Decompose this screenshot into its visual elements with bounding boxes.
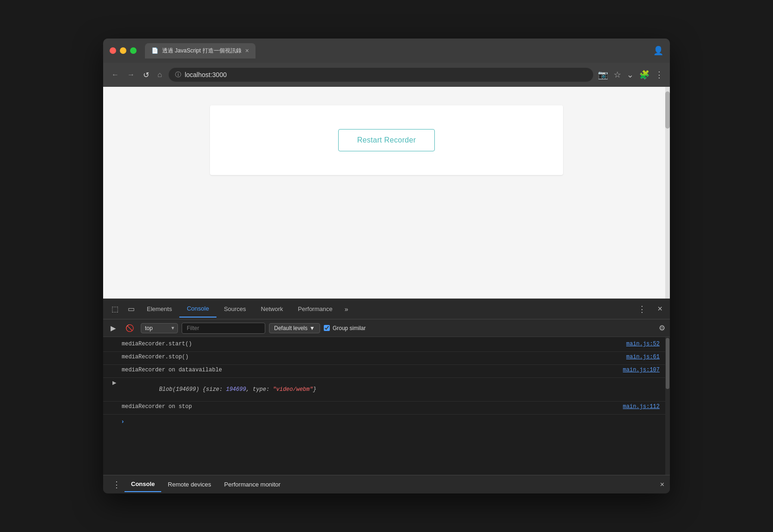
log-entry: mediaRecorder on stop main.js:112 <box>103 402 665 415</box>
blob-label: Blob(194699) {size: <box>159 386 226 393</box>
restart-recorder-button[interactable]: Restart Recorder <box>338 129 435 151</box>
blob-type-label: , type: <box>246 386 273 393</box>
group-similar-checkbox-group: Group similar <box>324 325 366 331</box>
context-selector[interactable]: top <box>141 323 178 333</box>
page-content: Restart Recorder <box>103 87 670 298</box>
devtools-toolbar: ▶ 🚫 top ▼ Default levels ▼ Group similar… <box>103 319 670 337</box>
bottom-bar-close-button[interactable]: × <box>660 480 664 489</box>
tab-sources[interactable]: Sources <box>216 301 254 317</box>
log-text: mediaRecorder on stop <box>122 403 614 410</box>
tab-elements[interactable]: Elements <box>139 301 179 317</box>
tab-close-button[interactable]: × <box>245 47 249 54</box>
levels-arrow-icon: ▼ <box>309 325 315 331</box>
devtools-scrollbar[interactable] <box>665 337 670 475</box>
forward-button[interactable]: → <box>125 69 137 81</box>
tab-bar: 📄 透過 JavaScript 打造一個視訊錄 × <box>145 43 649 58</box>
devtools-tab-right: ⋮ × <box>634 302 666 316</box>
devtools-tabs: ⬚ ▭ Elements Console Sources Network Per… <box>103 299 670 319</box>
log-text: mediaRecorder on dataavailable <box>122 367 614 373</box>
devtools-select-icon[interactable]: ⬚ <box>107 302 123 316</box>
log-entry: mediaRecorder on dataavailable main.js:1… <box>103 365 665 378</box>
bottom-tab-console[interactable]: Console <box>124 477 161 492</box>
camera-button[interactable]: 📷 <box>598 70 608 80</box>
log-text-blob: Blob(194699) {size: 194699, type: "video… <box>119 380 660 399</box>
console-log-area: mediaRecorder.start() main.js:52 mediaRe… <box>103 337 665 475</box>
menu-button[interactable]: ⋮ <box>655 70 663 80</box>
security-icon: ⓘ <box>175 71 181 79</box>
cursor-arrow-icon: › <box>122 418 124 425</box>
devtools-panel: ⬚ ▭ Elements Console Sources Network Per… <box>103 298 670 493</box>
devtools-bottom-bar: ⋮ Console Remote devices Performance mon… <box>103 475 670 493</box>
title-bar-right: 👤 <box>653 45 663 56</box>
devtools-device-icon[interactable]: ▭ <box>123 302 139 316</box>
console-settings-button[interactable]: ⚙ <box>659 324 665 332</box>
log-text: mediaRecorder.start() <box>122 341 617 347</box>
devtools-more-tabs-button[interactable]: » <box>340 303 353 316</box>
extensions-top-icon[interactable]: 👤 <box>653 46 663 55</box>
log-source[interactable]: main.js:61 <box>626 354 660 360</box>
expand-icon[interactable]: ▶ <box>112 380 116 386</box>
group-similar-checkbox[interactable] <box>324 325 330 331</box>
devtools-options-button[interactable]: ⋮ <box>634 302 650 316</box>
context-selector-wrap: top ▼ <box>141 323 178 333</box>
bottom-bar-options-button[interactable]: ⋮ <box>109 478 124 492</box>
bottom-tab-remote-devices[interactable]: Remote devices <box>161 477 217 492</box>
extensions-button[interactable]: 🧩 <box>639 70 649 80</box>
page-inner: Restart Recorder <box>210 105 563 175</box>
console-cursor[interactable]: › <box>103 415 665 428</box>
group-similar-label: Group similar <box>333 325 366 331</box>
bottom-tab-performance-monitor[interactable]: Performance monitor <box>218 477 287 492</box>
log-entry-blob: ▶ Blob(194699) {size: 194699, type: "vid… <box>103 378 665 402</box>
log-source[interactable]: main.js:52 <box>626 341 660 347</box>
minimize-traffic-light[interactable] <box>120 47 126 54</box>
tab-network[interactable]: Network <box>254 301 291 317</box>
address-bar: ← → ↺ ⌂ ⓘ localhost:3000 📷 ☆ ⌄ 🧩 ⋮ <box>103 63 670 87</box>
browser-tab[interactable]: 📄 透過 JavaScript 打造一個視訊錄 × <box>145 43 255 58</box>
maximize-traffic-light[interactable] <box>130 47 137 54</box>
blob-size: 194699 <box>226 386 246 393</box>
tab-icon: 📄 <box>151 47 158 54</box>
refresh-button[interactable]: ↺ <box>141 69 151 81</box>
levels-label: Default levels <box>274 325 308 331</box>
address-bar-actions: 📷 ☆ ⌄ 🧩 ⋮ <box>598 70 663 80</box>
close-traffic-light[interactable] <box>110 47 116 54</box>
title-bar: 📄 透過 JavaScript 打造一個視訊錄 × 👤 <box>103 39 670 63</box>
bookmark-button[interactable]: ☆ <box>614 70 621 80</box>
history-button[interactable]: ⌄ <box>627 70 634 80</box>
default-levels-button[interactable]: Default levels ▼ <box>269 323 320 333</box>
tab-performance[interactable]: Performance <box>290 301 340 317</box>
address-input-wrap[interactable]: ⓘ localhost:3000 <box>169 68 593 82</box>
log-entry: mediaRecorder.start() main.js:52 <box>103 339 665 352</box>
console-block-button[interactable]: 🚫 <box>123 323 137 334</box>
traffic-lights <box>110 47 137 54</box>
console-run-button[interactable]: ▶ <box>108 323 119 334</box>
tab-console[interactable]: Console <box>179 300 216 318</box>
log-source[interactable]: main.js:107 <box>623 367 660 373</box>
devtools-scrollbar-thumb <box>666 338 669 389</box>
url-display: localhost:3000 <box>185 71 227 78</box>
log-entry: mediaRecorder.stop() main.js:61 <box>103 352 665 365</box>
devtools-close-button[interactable]: × <box>654 302 666 316</box>
log-source[interactable]: main.js:112 <box>623 403 660 410</box>
home-button[interactable]: ⌂ <box>156 69 164 81</box>
console-filter-input[interactable] <box>182 323 265 334</box>
page-scrollbar-thumb <box>665 91 670 129</box>
page-scrollbar[interactable] <box>665 87 670 298</box>
log-text: mediaRecorder.stop() <box>122 354 617 360</box>
blob-type-value: "video/webm" <box>273 386 313 393</box>
back-button[interactable]: ← <box>110 69 121 81</box>
blob-close: } <box>313 386 316 393</box>
browser-window: 📄 透過 JavaScript 打造一個視訊錄 × 👤 ← → ↺ ⌂ ⓘ lo… <box>103 39 670 493</box>
tab-title: 透過 JavaScript 打造一個視訊錄 <box>162 47 242 55</box>
